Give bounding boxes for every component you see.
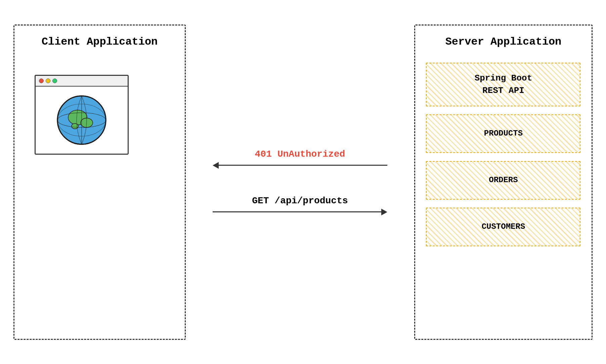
spring-boot-box: Spring BootREST API [426,63,580,106]
browser-titlebar [36,76,128,87]
arrowhead-left [213,162,219,169]
arrow-line-body-2 [213,211,381,212]
orders-label: ORDERS [427,162,580,199]
server-application-box: Server Application Spring BootREST API P… [414,24,593,340]
products-label: PRODUCTS [427,115,580,152]
response-arrow-group: 401 UnAuthorized [213,149,387,169]
orders-box: ORDERS [426,161,580,200]
request-arrow-line [213,209,387,215]
arrows-section: 401 UnAuthorized GET /api/products [213,24,387,340]
dot-red [39,79,44,83]
server-title: Server Application [445,36,562,48]
spring-boot-label: Spring BootREST API [427,63,580,106]
response-arrow-line [213,162,387,169]
globe-icon [55,93,109,147]
response-label: 401 UnAuthorized [255,149,345,159]
arrow-line-body [219,165,387,166]
customers-box: CUSTOMERS [426,208,580,246]
products-box: PRODUCTS [426,114,580,153]
customers-label: CUSTOMERS [427,208,580,246]
arrowhead-right [381,209,387,215]
dot-green [52,79,57,83]
client-title: Client Application [42,36,158,48]
dot-yellow [46,79,50,83]
browser-window [35,75,129,155]
request-label: GET /api/products [252,196,348,206]
diagram-container: Client Application [0,0,606,364]
browser-content [36,87,128,154]
client-application-box: Client Application [13,24,186,340]
request-arrow-group: GET /api/products [213,196,387,215]
